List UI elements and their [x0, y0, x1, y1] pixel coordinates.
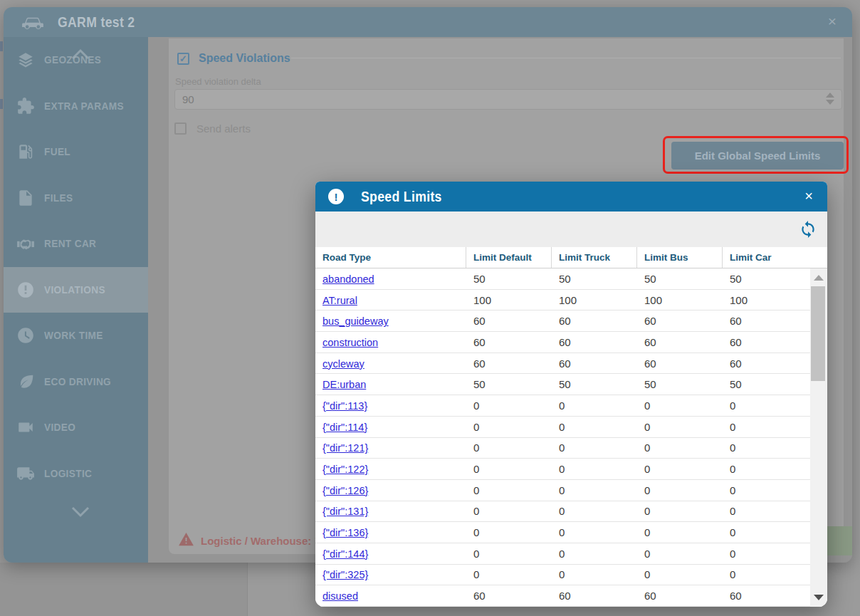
table-area: abandoned50505050AT:rural100100100100bus… — [315, 268, 827, 607]
limit-cell: 50 — [637, 378, 723, 390]
limit-cell: 60 — [466, 336, 552, 348]
limit-cell: 0 — [552, 421, 637, 433]
modal-header: ! Speed Limits × — [315, 182, 827, 212]
limit-cell: 0 — [637, 463, 723, 475]
spinner-down-icon[interactable] — [826, 100, 834, 105]
file-icon — [16, 188, 35, 207]
table-row: {"dir":122}0000 — [315, 459, 810, 480]
road-type-cell: abandoned — [315, 273, 466, 285]
sidebar-scroll-up-icon[interactable] — [69, 46, 92, 63]
sidebar-item-violations[interactable]: VIOLATIONS — [4, 267, 148, 313]
limit-cell: 0 — [723, 442, 810, 454]
road-type-link[interactable]: {"dir":114} — [322, 422, 367, 433]
sidebar-item-fuel[interactable]: FUEL — [4, 129, 148, 175]
sidebar-item-label: RENT CAR — [44, 237, 96, 250]
table-row: {"dir":126}0000 — [315, 480, 810, 501]
road-type-link[interactable]: AT:rural — [322, 295, 357, 306]
road-type-link[interactable]: DE:urban — [322, 379, 366, 390]
warning-bold-text: Logistic / Warehouse: — [201, 535, 311, 547]
limit-cell: 0 — [723, 505, 810, 517]
dialog-header: GARM test 2 × — [4, 7, 852, 37]
sidebar: GEOZONESEXTRA PARAMSFUELFILESRENT CARVIO… — [4, 37, 148, 563]
scrollbar-thumb[interactable] — [811, 286, 825, 381]
sidebar-scroll-down-icon[interactable] — [69, 503, 92, 521]
column-header-limit-car: Limit Car — [723, 247, 827, 268]
limit-cell: 0 — [466, 484, 552, 496]
road-type-cell: disused — [315, 590, 466, 602]
table-row: {"dir":121}0000 — [315, 438, 810, 459]
limit-cell: 50 — [723, 273, 810, 285]
table-scrollbar[interactable] — [810, 268, 827, 607]
sidebar-item-label: ECO DRIVING — [44, 375, 111, 388]
handshake-icon — [16, 234, 35, 254]
limit-cell: 0 — [466, 442, 552, 454]
limit-cell: 0 — [466, 568, 552, 580]
limit-cell: 60 — [637, 336, 723, 348]
refresh-button[interactable] — [799, 220, 817, 239]
sidebar-item-rent-car[interactable]: RENT CAR — [4, 221, 148, 267]
road-type-link[interactable]: {"dir":121} — [322, 442, 368, 454]
modal-close-icon[interactable]: × — [804, 189, 813, 203]
limit-cell: 50 — [466, 378, 552, 390]
limit-cell: 60 — [723, 590, 810, 602]
exclamation-circle-icon — [16, 280, 35, 299]
limit-cell: 60 — [723, 336, 810, 348]
speed-violation-delta-input[interactable]: 90 — [174, 89, 842, 110]
limit-cell: 0 — [552, 505, 637, 517]
road-type-cell: {"dir":114} — [315, 421, 466, 433]
limit-cell: 60 — [466, 315, 552, 327]
road-type-link[interactable]: {"dir":325} — [322, 569, 368, 580]
limit-cell: 50 — [552, 273, 637, 285]
table-row: DE:urban50505050 — [315, 374, 810, 395]
limit-cell: 0 — [723, 526, 810, 538]
limit-cell: 0 — [723, 548, 810, 560]
road-type-link[interactable]: {"dir":144} — [322, 548, 368, 560]
sidebar-item-work-time[interactable]: WORK TIME — [4, 313, 148, 359]
sidebar-item-label: WORK TIME — [44, 329, 103, 342]
send-alerts-checkbox[interactable] — [174, 122, 187, 135]
limit-cell: 100 — [637, 294, 723, 306]
road-type-link[interactable]: {"dir":122} — [322, 464, 368, 475]
column-header-limit-truck: Limit Truck — [552, 247, 637, 268]
table-row: {"dir":114}0000 — [315, 417, 810, 438]
dialog-close-icon[interactable]: × — [828, 14, 837, 29]
sidebar-item-video[interactable]: VIDEO — [4, 404, 148, 451]
road-type-link[interactable]: bus_guideway — [322, 315, 389, 327]
road-type-link[interactable]: {"dir":126} — [322, 485, 368, 496]
road-type-cell: cycleway — [315, 357, 466, 370]
table-row: {"dir":136}0000 — [315, 522, 810, 543]
road-type-link[interactable]: {"dir":131} — [322, 506, 368, 517]
scrollbar-down-icon[interactable] — [814, 595, 824, 600]
road-type-cell: bus_guideway — [315, 315, 466, 327]
road-type-link[interactable]: {"dir":113} — [322, 400, 367, 412]
truck-icon — [16, 464, 35, 483]
sidebar-item-logistic[interactable]: LOGISTIC — [4, 451, 148, 497]
sidebar-item-files[interactable]: FILES — [4, 175, 148, 221]
dialog-title: GARM test 2 — [58, 14, 135, 31]
road-type-link[interactable]: cycleway — [322, 358, 365, 370]
road-type-cell: construction — [315, 336, 466, 348]
sync-icon — [799, 220, 817, 239]
modal-title: Speed Limits — [361, 189, 442, 205]
road-type-link[interactable]: {"dir":136} — [322, 527, 368, 538]
sidebar-item-eco-driving[interactable]: ECO DRIVING — [4, 359, 148, 405]
limit-cell: 60 — [552, 336, 637, 348]
road-type-link[interactable]: abandoned — [322, 273, 374, 285]
limit-cell: 60 — [723, 315, 810, 327]
limit-cell: 0 — [637, 505, 723, 517]
limit-cell: 60 — [723, 357, 810, 370]
limit-cell: 0 — [466, 421, 552, 433]
sidebar-item-extra-params[interactable]: EXTRA PARAMS — [4, 83, 148, 130]
delta-value: 90 — [182, 93, 194, 105]
limit-cell: 0 — [723, 568, 810, 580]
speed-violations-checkbox[interactable]: ✓ — [177, 53, 189, 65]
layers-icon — [16, 51, 35, 70]
spinner-up-icon[interactable] — [826, 93, 834, 98]
background-ui-sliver — [0, 99, 3, 109]
road-type-link[interactable]: disused — [322, 590, 358, 602]
limit-cell: 60 — [466, 357, 552, 370]
road-type-link[interactable]: construction — [322, 337, 378, 348]
scrollbar-up-icon[interactable] — [814, 275, 824, 281]
limit-cell: 0 — [723, 484, 810, 496]
table-row: disused60606060 — [315, 585, 810, 607]
